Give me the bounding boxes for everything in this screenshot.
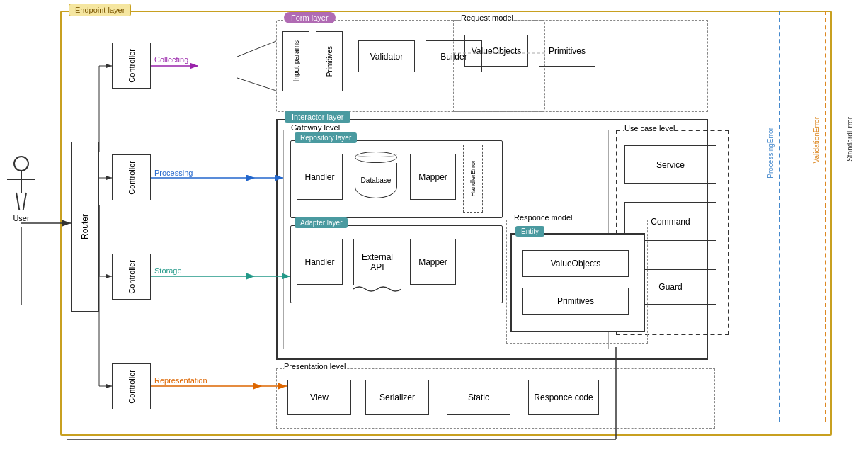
- adapter-handler-label: Handler: [304, 257, 334, 267]
- external-api-wave: [353, 285, 401, 293]
- entity-valueobjects-box: ValueObjects: [522, 250, 629, 277]
- service-label: Service: [656, 160, 685, 170]
- request-valueobjects-label: ValueObjects: [472, 46, 521, 56]
- form-primitives-box: Primitives: [316, 31, 343, 91]
- serializer-label: Serializer: [379, 392, 415, 402]
- database-label: Database: [355, 163, 397, 198]
- external-api-label: External API: [354, 252, 401, 272]
- endpoint-layer-label: Endpoint layer: [69, 4, 131, 16]
- stick-head: [13, 156, 29, 171]
- representation-arrow-label: Representation: [154, 376, 207, 385]
- presentation-level-label: Presentation level: [284, 362, 346, 371]
- collecting-arrow-label: Collecting: [154, 55, 188, 64]
- responce-model-box: Responce model Entity ValueObjects Primi…: [506, 220, 648, 344]
- responce-code-label: Responce code: [534, 392, 593, 402]
- entity-primitives-label: Primitives: [557, 296, 594, 306]
- responce-model-label: Responce model: [514, 213, 573, 222]
- storage-arrow-label: Storage: [154, 266, 182, 275]
- view-box: View: [287, 380, 351, 415]
- adapter-mapper-box: Mapper: [410, 239, 456, 285]
- user-label: User: [7, 214, 35, 222]
- router-box: Router: [71, 142, 99, 312]
- controller-collecting: Controller: [112, 43, 151, 89]
- standard-error-label: StandardError: [846, 117, 854, 162]
- controller-processing: Controller: [112, 154, 151, 200]
- static-box: Static: [447, 380, 510, 415]
- responce-code-box: Responce code: [528, 380, 599, 415]
- repo-handler-label: Handler: [304, 172, 334, 182]
- handler-error-label: HandlerError: [469, 160, 476, 197]
- service-box: Service: [624, 145, 716, 184]
- entity-primitives-box: Primitives: [522, 288, 629, 315]
- processing-error-label: ProcessingError: [767, 128, 775, 179]
- controller-collecting-label: Controller: [127, 49, 136, 83]
- command-label: Command: [651, 217, 690, 227]
- presentation-level-box: Presentation level View Serializer Stati…: [276, 368, 715, 429]
- controller-representation-label: Controller: [127, 370, 136, 404]
- stick-torso: [21, 171, 22, 193]
- user-figure: User: [7, 156, 35, 222]
- validator-label: Validator: [370, 52, 403, 62]
- request-primitives-label: Primitives: [549, 46, 586, 56]
- processing-arrow-label: Processing: [154, 169, 193, 177]
- adapter-handler-box: Handler: [297, 239, 343, 285]
- database-cylinder: Database: [355, 152, 397, 201]
- repo-mapper-label: Mapper: [418, 172, 447, 182]
- input-params-box: Input params: [282, 31, 309, 91]
- repo-handler-box: Handler: [297, 154, 343, 200]
- form-layer-label: Form layer: [284, 12, 336, 23]
- db-inner-ellipse: [355, 152, 397, 157]
- static-label: Static: [468, 392, 489, 402]
- adapter-layer-box: Adapter layer Handler External API Mappe…: [290, 225, 503, 303]
- controller-storage-label: Controller: [127, 260, 136, 294]
- repo-layer-box: Repository layer Handler Database Mapper…: [290, 140, 503, 218]
- router-label: Router: [80, 214, 90, 239]
- request-model-box: Request model ValueObjects Primitives: [453, 20, 708, 112]
- view-label: View: [310, 392, 329, 402]
- request-model-label: Request model: [461, 13, 513, 22]
- processing-error-line: [779, 11, 780, 422]
- input-params-label: Input params: [292, 40, 300, 81]
- stick-arms: [7, 179, 35, 180]
- validation-error-label: ValidationError: [813, 117, 821, 163]
- entity-valueobjects-label: ValueObjects: [551, 259, 600, 269]
- stick-left-leg: [16, 193, 20, 210]
- validator-box: Validator: [358, 40, 415, 72]
- entity-label: Entity: [515, 226, 544, 237]
- repo-layer-label: Repository layer: [295, 132, 357, 143]
- controller-storage: Controller: [112, 254, 151, 300]
- form-primitives-label: Primitives: [326, 46, 333, 77]
- stick-right-leg: [23, 193, 27, 210]
- serializer-box: Serializer: [365, 380, 429, 415]
- usecase-level-label: Use case level: [624, 124, 675, 132]
- interactor-layer-label: Interactor layer: [285, 111, 350, 123]
- controller-representation: Controller: [112, 363, 151, 409]
- request-primitives-box: Primitives: [539, 35, 595, 67]
- gateway-level-label: Gateway level: [291, 123, 340, 132]
- adapter-layer-label: Adapter layer: [295, 217, 348, 228]
- guard-label: Guard: [658, 282, 682, 292]
- controller-processing-label: Controller: [127, 161, 136, 195]
- diagram: Endpoint layer ProcessingError Validatio…: [0, 0, 868, 452]
- validation-error-line: [825, 11, 826, 422]
- external-api-box: External API: [353, 239, 401, 285]
- request-valueobjects-box: ValueObjects: [464, 35, 528, 67]
- entity-box: Entity ValueObjects Primitives: [510, 233, 645, 332]
- adapter-mapper-label: Mapper: [418, 257, 447, 267]
- handler-error-box: HandlerError: [463, 145, 483, 213]
- repo-mapper-box: Mapper: [410, 154, 456, 200]
